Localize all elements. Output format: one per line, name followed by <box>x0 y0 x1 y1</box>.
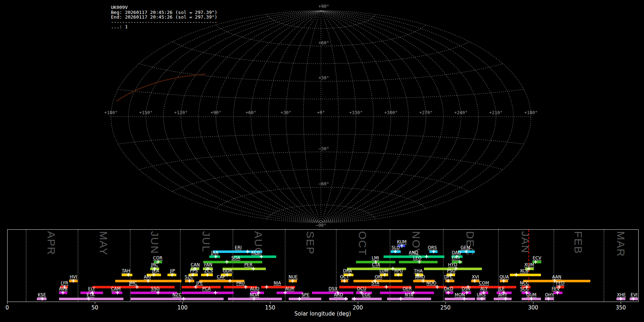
shower-label-NIA: NIA <box>274 281 281 286</box>
x-axis-tick <box>95 302 95 304</box>
peak-marker-JXA: + <box>214 254 218 259</box>
peak-marker-HVI: + <box>71 278 76 284</box>
x-axis-title: Solar longitude (deg) <box>294 311 351 317</box>
peak-marker-DPC: + <box>446 278 451 284</box>
peak-marker-SPE: + <box>297 296 302 302</box>
peak-marker-SLD: + <box>393 249 398 254</box>
x-axis-tick <box>182 302 183 304</box>
shower-activity-timeline: Solar longitude (deg) APRMAYJUNJULAUGSEP… <box>0 0 644 322</box>
shower-bar-JMC <box>92 286 175 288</box>
peak-marker-JEA: + <box>152 272 156 278</box>
month-separator <box>233 230 233 301</box>
peak-marker-GDR: + <box>225 272 230 278</box>
shower-label-ARD: ARD <box>334 293 343 297</box>
x-axis-tick <box>270 302 270 304</box>
peak-marker-EVI: + <box>631 296 635 302</box>
shower-bar-NZC <box>131 298 224 300</box>
peak-marker-LEO: + <box>417 259 422 265</box>
peak-marker-SZC: + <box>187 278 192 284</box>
peak-marker-ARI: + <box>146 278 151 284</box>
shower-bar-STA <box>339 286 411 288</box>
peak-marker-JMC: + <box>135 284 140 290</box>
x-axis-tick-label: 350 <box>616 304 626 311</box>
month-label: SEP <box>304 231 316 255</box>
peak-marker-KSE: + <box>40 296 45 302</box>
month-label: MAY <box>97 231 109 256</box>
shower-bar-MON <box>445 298 475 300</box>
shower-label-PCA: PCA <box>202 287 211 291</box>
peak-marker-ARD: + <box>343 296 348 302</box>
peak-marker-SSG: + <box>156 290 161 296</box>
peak-marker-STA: + <box>384 284 389 290</box>
peak-marker-MON: + <box>462 296 467 302</box>
x-axis-tick <box>533 302 533 304</box>
shower-bar-AHY <box>494 298 512 300</box>
peak-marker-ZCS: + <box>205 272 210 278</box>
peak-marker-ETA: + <box>87 296 91 302</box>
shower-label-NZC: NZC <box>172 293 182 297</box>
x-axis-tick <box>358 302 358 304</box>
peak-marker-AND: + <box>424 254 429 259</box>
peak-marker-AUR: + <box>283 290 288 296</box>
peak-marker-XCB: + <box>514 272 519 278</box>
shower-bar-ETA <box>59 298 123 300</box>
peak-marker-ORS: + <box>431 249 436 254</box>
month-label: APR <box>45 231 57 255</box>
shower-label-COM: COM <box>479 281 489 286</box>
shower-bar-NTA <box>387 298 431 300</box>
peak-marker-PCA: + <box>213 290 218 296</box>
peak-marker-DKD: + <box>446 290 451 296</box>
peak-marker-TAH: + <box>126 272 131 278</box>
peak-marker-GEM: + <box>464 249 469 254</box>
peak-marker-AHY: + <box>503 296 508 302</box>
x-axis-tick-label: 300 <box>528 304 538 311</box>
peak-marker-URS: + <box>480 296 484 302</box>
peak-marker-NIA: + <box>264 284 269 290</box>
peak-marker-JPE: + <box>194 284 198 290</box>
peak-marker-FEV: + <box>555 290 560 296</box>
shower-bar-DSX <box>312 292 353 294</box>
peak-marker-GUM: + <box>529 296 534 302</box>
peak-marker-KCG: + <box>259 254 264 259</box>
peak-marker-EHY: + <box>458 259 462 265</box>
shower-label-CAP: CAP <box>217 275 225 279</box>
peak-marker-AMO: + <box>421 278 425 284</box>
peak-marker-NZC: + <box>181 296 186 302</box>
peak-marker-PER: + <box>251 266 256 272</box>
peak-marker-KUM: + <box>400 243 404 249</box>
peak-marker-ERI: + <box>245 249 250 254</box>
peak-marker-SDA: + <box>225 259 229 265</box>
peak-marker-CAM: + <box>115 290 120 296</box>
x-axis-tick-label: 0 <box>5 304 9 311</box>
month-label: JUL <box>200 231 212 252</box>
x-axis-tick-label: 200 <box>353 304 363 311</box>
shower-label-CTA: CTA <box>372 263 380 267</box>
peak-marker-NOO: + <box>435 284 440 290</box>
x-axis-tick-label: 50 <box>91 304 98 311</box>
peak-marker-AVB: + <box>61 290 65 296</box>
shower-label-XCB: XCB <box>520 269 528 273</box>
month-separator <box>26 230 26 301</box>
peak-marker-RPU: + <box>396 272 401 278</box>
month-label: FEB <box>572 231 584 254</box>
month-separator <box>78 230 78 301</box>
month-label: MAR <box>615 231 627 257</box>
x-axis-tick <box>445 302 446 304</box>
peak-marker-LUM: + <box>382 272 387 278</box>
shower-bar-SSG <box>131 292 177 294</box>
peak-marker-QUA: + <box>502 278 506 284</box>
peak-marker-XVI: + <box>473 278 477 284</box>
x-axis-tick-label: 250 <box>440 304 451 311</box>
peak-marker-NDA: + <box>252 296 257 302</box>
peak-marker-XHE: + <box>619 296 623 302</box>
shower-label-SPE: SPE <box>302 293 309 297</box>
month-label: JAN <box>519 231 531 254</box>
x-axis-tick-label: 150 <box>265 304 275 311</box>
month-label: OCT <box>356 231 369 256</box>
peak-marker-OCT: + <box>342 278 347 284</box>
peak-marker-OHY: + <box>546 296 551 302</box>
month-label: JUN <box>148 231 161 254</box>
month-separator <box>180 230 181 301</box>
shower-bar-JPE <box>182 286 221 288</box>
month-separator <box>604 230 604 301</box>
